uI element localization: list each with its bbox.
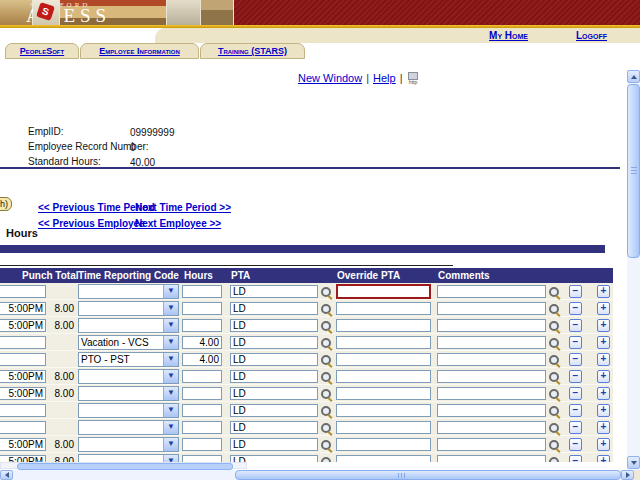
delete-row-button[interactable]: − [569, 319, 582, 332]
add-row-button[interactable]: + [597, 285, 610, 298]
pta-input[interactable] [230, 421, 318, 434]
comments-input[interactable] [437, 421, 546, 434]
pta-lookup-icon[interactable] [321, 304, 333, 316]
delete-row-button[interactable]: − [569, 387, 582, 400]
hours-input[interactable] [182, 302, 222, 315]
pta-lookup-icon[interactable] [321, 321, 333, 333]
comments-input[interactable] [437, 438, 546, 451]
comments-lookup-icon[interactable] [549, 406, 561, 418]
chevron-down-icon[interactable]: ▼ [163, 336, 178, 349]
vertical-scrollbar[interactable] [627, 70, 640, 470]
pta-lookup-icon[interactable] [321, 372, 333, 384]
add-row-button[interactable]: + [597, 455, 610, 462]
pta-lookup-icon[interactable] [321, 457, 333, 462]
pta-input[interactable] [230, 404, 318, 417]
pta-input[interactable] [230, 370, 318, 383]
chevron-down-icon[interactable]: ▼ [163, 387, 178, 400]
delete-row-button[interactable]: − [569, 285, 582, 298]
time-reporting-code-select[interactable]: Vacation - VCS ▼ [78, 335, 179, 350]
punch-time-input[interactable] [0, 404, 46, 417]
override-pta-input[interactable] [336, 284, 431, 299]
pta-lookup-icon[interactable] [321, 389, 333, 401]
pta-input[interactable] [230, 302, 318, 315]
add-row-button[interactable]: + [597, 370, 610, 383]
add-row-button[interactable]: + [597, 353, 610, 366]
time-reporting-code-select[interactable]: ▼ [78, 386, 179, 401]
comments-lookup-icon[interactable] [549, 389, 561, 401]
override-pta-input[interactable] [336, 302, 431, 315]
new-window-link[interactable]: New Window [298, 72, 362, 84]
punch-time-input[interactable] [0, 387, 46, 400]
chevron-down-icon[interactable]: ▼ [163, 302, 178, 315]
delete-row-button[interactable]: − [569, 370, 582, 383]
delete-row-button[interactable]: − [569, 404, 582, 417]
inner-scroll-thumb[interactable] [17, 463, 233, 470]
time-reporting-code-select[interactable]: ▼ [78, 318, 179, 333]
time-reporting-code-select[interactable]: ▼ [78, 437, 179, 452]
comments-input[interactable] [437, 455, 546, 462]
http-copy-url-icon[interactable]: http [407, 72, 420, 86]
punch-time-input[interactable] [0, 455, 46, 462]
pta-input[interactable] [230, 353, 318, 366]
comments-lookup-icon[interactable] [549, 304, 561, 316]
chevron-down-icon[interactable]: ▼ [163, 455, 178, 462]
add-row-button[interactable]: + [597, 302, 610, 315]
pta-lookup-icon[interactable] [321, 406, 333, 418]
hours-input[interactable] [182, 370, 222, 383]
time-reporting-code-select[interactable]: ▼ [78, 301, 179, 316]
comments-lookup-icon[interactable] [549, 287, 561, 299]
comments-input[interactable] [437, 370, 546, 383]
add-row-button[interactable]: + [597, 387, 610, 400]
comments-input[interactable] [437, 387, 546, 400]
override-pta-input[interactable] [336, 370, 431, 383]
comments-input[interactable] [437, 404, 546, 417]
override-pta-input[interactable] [336, 438, 431, 451]
clipped-button[interactable]: h) [0, 197, 12, 211]
tab-training-stars[interactable]: Training (STARS) [200, 43, 305, 59]
override-pta-input[interactable] [336, 455, 431, 462]
punch-time-input[interactable] [0, 353, 46, 366]
hours-input[interactable] [182, 285, 222, 298]
pta-lookup-icon[interactable] [321, 440, 333, 452]
add-row-button[interactable]: + [597, 421, 610, 434]
punch-time-input[interactable] [0, 370, 46, 383]
hours-input[interactable] [182, 387, 222, 400]
comments-lookup-icon[interactable] [549, 457, 561, 462]
comments-lookup-icon[interactable] [549, 321, 561, 333]
hours-input[interactable] [182, 353, 222, 366]
delete-row-button[interactable]: − [569, 336, 582, 349]
pta-input[interactable] [230, 387, 318, 400]
scroll-right-button[interactable] [621, 470, 634, 480]
logoff-link[interactable]: Logoff [576, 30, 607, 41]
delete-row-button[interactable]: − [569, 455, 582, 462]
pta-input[interactable] [230, 319, 318, 332]
override-pta-input[interactable] [336, 319, 431, 332]
chevron-down-icon[interactable]: ▼ [163, 319, 178, 332]
time-reporting-code-select[interactable]: ▼ [78, 369, 179, 384]
scroll-down-button[interactable] [627, 456, 640, 469]
override-pta-input[interactable] [336, 353, 431, 366]
override-pta-input[interactable] [336, 387, 431, 400]
add-row-button[interactable]: + [597, 319, 610, 332]
horizontal-scroll-thumb[interactable] [235, 470, 621, 480]
pta-lookup-icon[interactable] [321, 355, 333, 367]
hours-input[interactable] [182, 319, 222, 332]
pta-input[interactable] [230, 336, 318, 349]
chevron-down-icon[interactable]: ▼ [163, 370, 178, 383]
delete-row-button[interactable]: − [569, 353, 582, 366]
punch-time-input[interactable] [0, 302, 46, 315]
pta-input[interactable] [230, 285, 318, 298]
comments-lookup-icon[interactable] [549, 338, 561, 350]
previous-employee-link[interactable]: << Previous Employee [38, 218, 145, 229]
override-pta-input[interactable] [336, 336, 431, 349]
hours-input[interactable] [182, 455, 222, 462]
pta-lookup-icon[interactable] [321, 338, 333, 350]
add-row-button[interactable]: + [597, 438, 610, 451]
vertical-scroll-thumb[interactable] [627, 84, 640, 258]
punch-time-input[interactable] [0, 438, 46, 451]
tab-employee-information[interactable]: Employee Information [80, 43, 199, 59]
override-pta-input[interactable] [336, 421, 431, 434]
add-row-button[interactable]: + [597, 336, 610, 349]
time-reporting-code-select[interactable]: ▼ [78, 284, 179, 299]
punch-time-input[interactable] [0, 336, 46, 349]
